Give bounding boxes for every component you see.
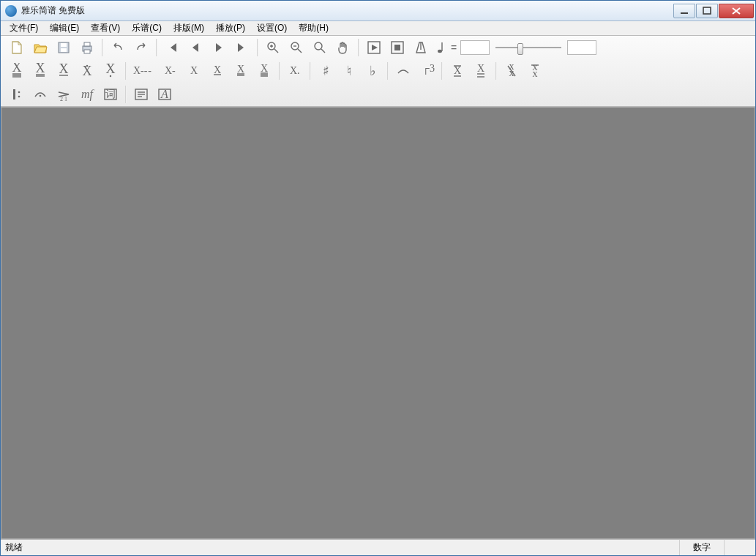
font-button[interactable]: A [154,84,176,105]
svg-rect-13 [394,45,400,50]
undo-icon [110,40,126,56]
zoom-fit-button[interactable] [309,37,331,58]
triplet-icon: ┌3┐ [419,63,435,79]
rest-4-button[interactable]: X [206,61,228,81]
svg-text:X: X [59,63,69,76]
menu-help[interactable]: 帮助(H) [293,20,334,36]
chord-strike-icon: xx [504,63,520,79]
window-title: 雅乐简谱 免费版 [21,4,85,17]
maximize-icon [703,7,711,15]
last-page-button[interactable] [231,37,253,58]
titlebar: 雅乐简谱 免费版 [1,1,755,21]
undo-button[interactable] [107,37,129,58]
svg-text:X: X [261,63,268,74]
rest-1-button[interactable]: X-- - [130,61,158,81]
quarter-note-icon [434,40,447,56]
tie-button[interactable] [392,61,414,81]
fermata-icon [32,86,48,102]
dynamics-button[interactable]: mf [76,84,98,105]
svg-text:♮: ♮ [347,64,351,78]
svg-text:X: X [106,63,116,76]
rest-2-button[interactable]: X- [160,61,181,81]
window-buttons [673,4,754,18]
play-button[interactable] [363,37,385,58]
note-dur-1-button[interactable]: X [6,61,28,81]
tempo-note-button[interactable] [433,37,448,58]
triplet-button[interactable]: ┌3┐ [416,61,438,81]
status-ready: 就绪 [5,541,23,554]
flat-button[interactable]: ♭ [362,61,383,81]
chord-stack-icon: xx [527,63,543,79]
svg-rect-7 [84,50,90,53]
octave-up-button[interactable]: X [446,61,468,81]
open-button[interactable] [29,37,51,58]
new-button[interactable] [6,37,28,58]
natural-button[interactable]: ♮ [338,61,360,81]
rest-x-1under-icon: X [209,63,225,79]
octave-down-button[interactable]: X [470,61,492,81]
tempo-input[interactable] [460,40,490,55]
close-button[interactable] [719,4,754,18]
rest-5-button[interactable]: X [230,61,252,81]
status-numlock: 数字 [679,540,724,555]
zoom-in-button[interactable] [262,37,284,58]
svg-text:♯: ♯ [323,64,329,78]
rest-x-icon: X [186,63,202,79]
menu-file[interactable]: 文件(F) [4,20,44,36]
note-x-dblunder-icon: X [473,63,489,79]
redo-icon [133,40,149,56]
menu-edit[interactable]: 编辑(E) [44,20,85,36]
zoom-out-button[interactable] [285,37,307,58]
next-page-button[interactable] [208,37,230,58]
stop-button[interactable] [386,37,408,58]
save-button[interactable] [53,37,75,58]
sharp-icon: ♯ [318,63,334,79]
svg-rect-1 [703,7,711,14]
sharp-button[interactable]: ♯ [315,61,337,81]
svg-point-60 [40,95,42,97]
rest-6-button[interactable]: X [253,61,275,81]
volume-input[interactable] [567,40,596,55]
menu-settings[interactable]: 设置(O) [251,20,293,36]
pan-button[interactable] [332,37,354,58]
maximize-button[interactable] [696,4,718,18]
note-dur-5-button[interactable]: X [100,61,121,81]
stop-icon [389,40,405,56]
menu-score[interactable]: 乐谱(C) [126,20,168,36]
barline-icon [9,86,25,102]
svg-text:mf: mf [81,88,95,101]
app-icon [5,5,17,17]
slider-thumb[interactable] [517,43,523,55]
crescendo-button[interactable]: 2 1 [53,84,75,105]
svg-rect-6 [84,42,90,46]
metronome-button[interactable] [410,37,432,58]
chord-down-button[interactable]: xx [524,61,546,81]
text-block-button[interactable] [130,84,152,105]
menu-layout[interactable]: 排版(M) [168,20,210,36]
note-dur-3-button[interactable]: X [53,61,75,81]
minimize-button[interactable] [673,4,695,18]
first-page-button[interactable] [161,37,183,58]
fermata-button[interactable] [29,84,51,105]
playback-slider[interactable] [495,40,561,55]
dot-note-button[interactable]: X. [284,61,306,81]
note-dur-2-button[interactable]: X [29,61,51,81]
redo-button[interactable] [130,37,152,58]
print-button[interactable] [76,37,98,58]
svg-point-58 [18,91,20,94]
svg-text:♭: ♭ [370,64,375,78]
prev-page-button[interactable] [184,37,206,58]
note-dur-4-button[interactable]: X [76,61,98,81]
rest-3-button[interactable]: X [183,61,205,81]
slider-track [495,47,561,48]
tempo-equals-label: = [451,42,457,53]
toolbar-main: = [1,36,755,59]
chord-up-button[interactable]: xx [501,61,523,81]
menu-view[interactable]: 查看(V) [85,20,126,36]
lyrics-button[interactable]: 词 [100,84,121,105]
crescendo-icon: 2 1 [56,86,72,102]
menu-play[interactable]: 播放(P) [210,20,251,36]
barline-button[interactable] [6,84,28,105]
dynamics-mf-icon: mf [79,86,95,102]
svg-text:┌3┐: ┌3┐ [422,63,435,75]
